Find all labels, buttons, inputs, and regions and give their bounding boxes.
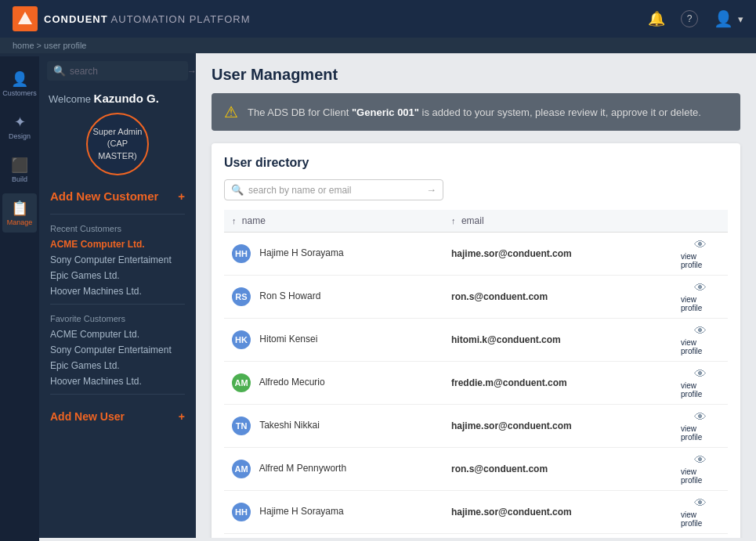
user-name-cell: AM Alfred M Pennyworth (224, 448, 443, 491)
list-item[interactable]: Sony Computer Entertaiment (50, 342, 185, 358)
view-profile-button[interactable]: 👁 view profile (681, 453, 720, 485)
eye-icon: 👁 (694, 367, 707, 381)
divider (50, 304, 185, 305)
view-profile-button[interactable]: 👁 view profile (681, 238, 720, 269)
view-profile-cell: 👁 view profile (673, 448, 728, 491)
logo-area: CONDUENT AUTOMATION PLATFORM (13, 6, 250, 31)
list-item[interactable]: Epic Games Ltd. (50, 358, 185, 373)
user-name-cell: AM Alfredo Mecurio (224, 362, 443, 405)
view-profile-label: view profile (681, 338, 720, 355)
eye-icon: 👁 (694, 281, 707, 295)
sidebar-item-build[interactable]: ⬛ Build (2, 150, 37, 189)
top-nav: CONDUENT AUTOMATION PLATFORM 🔔 ? 👤 ▾ (0, 0, 756, 38)
list-item[interactable]: Hoover Machines Ltd. (50, 373, 185, 389)
recent-customers-list: ACME Computer Ltd. Sony Computer Enterta… (39, 236, 196, 299)
sidebar-item-label: Customers (2, 89, 37, 97)
user-menu[interactable]: 👤 ▾ (714, 9, 743, 28)
table-row: TN Takeshi Nikkai hajime.sor@conduent.co… (224, 405, 728, 448)
user-name-cell: TN Takeshi Nikkai (224, 405, 443, 448)
logo-text: CONDUENT AUTOMATION PLATFORM (44, 13, 250, 25)
view-profile-button[interactable]: 👁 view profile (681, 281, 720, 312)
list-item[interactable]: ACME Computer Ltd. (50, 236, 185, 252)
add-user-button[interactable]: Add New User + (39, 404, 196, 429)
view-profile-button[interactable]: 👁 view profile (681, 410, 720, 442)
email-col-header[interactable]: ↑ email (443, 210, 673, 233)
action-col-header (673, 210, 728, 233)
alert-icon: ⚠ (224, 103, 238, 121)
user-email-cell: hitomi.k@conduent.com (443, 319, 673, 362)
notification-icon[interactable]: 🔔 (648, 10, 665, 27)
avatar: HH (232, 244, 251, 263)
list-item[interactable]: Hoover Machines Ltd. (50, 283, 185, 299)
search-input[interactable] (70, 66, 187, 77)
content-area: User Managment ⚠ The ADS DB for Client "… (196, 53, 756, 538)
email-sort-icon: ↑ (451, 216, 456, 225)
user-name: Hitomi Kensei (259, 334, 317, 344)
alert-banner: ⚠ The ADS DB for Client "Generic 001" is… (212, 93, 740, 131)
breadcrumb: home > user profile (0, 38, 756, 53)
search-arrow-icon[interactable]: → (187, 66, 196, 77)
top-nav-actions: 🔔 ? 👤 ▾ (648, 9, 743, 28)
view-profile-cell: 👁 view profile (673, 362, 728, 405)
sidebar-search[interactable]: 🔍 → (47, 61, 188, 81)
table-row: HH Hajime H Sorayama hajime.sor@conduent… (224, 491, 728, 534)
view-profile-button[interactable]: 👁 view profile (681, 496, 720, 528)
view-profile-button[interactable]: 👁 view profile (681, 367, 720, 399)
eye-icon: 👁 (694, 238, 707, 252)
eye-icon: 👁 (694, 453, 707, 467)
user-name-cell: RS Ron S Howard (224, 276, 443, 319)
dir-search-arrow-icon[interactable]: → (426, 184, 436, 196)
sidebar-item-manage[interactable]: 📋 Manage (2, 193, 37, 233)
table-row: HH Hajime H Sorayama hajime.sor@conduent… (224, 233, 728, 276)
recent-customers-label: Recent Customers (39, 219, 196, 236)
user-name-cell: HH Hajime H Sorayama (224, 491, 443, 534)
user-name-cell: RS Ron S Howard (224, 534, 443, 539)
list-item[interactable]: Epic Games Ltd. (50, 268, 185, 283)
search-icon: 🔍 (53, 65, 66, 77)
page-title: User Managment (212, 66, 740, 84)
view-profile-cell: 👁 view profile (673, 276, 728, 319)
avatar: AM (232, 373, 251, 392)
build-icon: ⬛ (11, 157, 28, 174)
sidebar-item-design[interactable]: ✦ Design (2, 107, 37, 146)
directory-search[interactable]: 🔍 → (224, 179, 443, 200)
favorite-customers-label: Favorite Customers (39, 309, 196, 326)
view-profile-button[interactable]: 👁 view profile (681, 324, 720, 355)
logo-icon (13, 6, 38, 31)
user-name: Alfredo Mecurio (259, 377, 325, 388)
view-profile-label: view profile (681, 381, 720, 399)
view-profile-cell: 👁 view profile (673, 534, 728, 539)
eye-icon: 👁 (694, 410, 707, 424)
user-name-cell: HK Hitomi Kensei (224, 319, 443, 362)
view-profile-cell: 👁 view profile (673, 405, 728, 448)
svg-marker-0 (18, 12, 32, 24)
name-col-header[interactable]: ↑ name (224, 210, 443, 233)
directory-search-input[interactable] (248, 185, 426, 196)
user-email-cell: ron.s@conduent.com (443, 276, 673, 319)
table-row: AM Alfred M Pennyworth ron.s@conduent.co… (224, 448, 728, 491)
directory-title: User directory (224, 156, 728, 170)
avatar[interactable]: Super Admin (CAP MASTER) (86, 113, 149, 175)
user-email-cell: hajime.sor@conduent.com (443, 491, 673, 534)
user-name-cell: HH Hajime H Sorayama (224, 233, 443, 276)
avatar: AM (232, 460, 251, 478)
welcome-text: Welcome Kazundo G. (39, 87, 196, 105)
add-customer-button[interactable]: Add New Customer + (39, 183, 196, 209)
table-row: HK Hitomi Kensei hitomi.k@conduent.com 👁… (224, 319, 728, 362)
eye-icon: 👁 (694, 496, 707, 510)
view-profile-label: view profile (681, 424, 720, 442)
sidebar-item-customers[interactable]: 👤 Customers (2, 64, 37, 103)
user-email-cell: hajime.sor@conduent.com (443, 405, 673, 448)
user-email-cell: ron.s@conduent.com (443, 448, 673, 491)
avatar: HH (232, 503, 251, 521)
list-item[interactable]: ACME Computer Ltd. (50, 326, 185, 342)
list-item[interactable]: Sony Computer Entertaiment (50, 252, 185, 268)
avatar-title: (CAP MASTER) (88, 138, 147, 162)
sidebar-item-label: Build (12, 175, 27, 183)
alert-message: The ADS DB for Client "Generic 001" is a… (248, 106, 701, 118)
table-row: AM Alfredo Mecurio freddie.m@conduent.co… (224, 362, 728, 405)
user-directory: User directory 🔍 → ↑ name ↑ (212, 143, 740, 538)
dir-search-icon: 🔍 (231, 184, 244, 196)
help-icon[interactable]: ? (681, 10, 698, 27)
view-profile-cell: 👁 view profile (673, 233, 728, 276)
